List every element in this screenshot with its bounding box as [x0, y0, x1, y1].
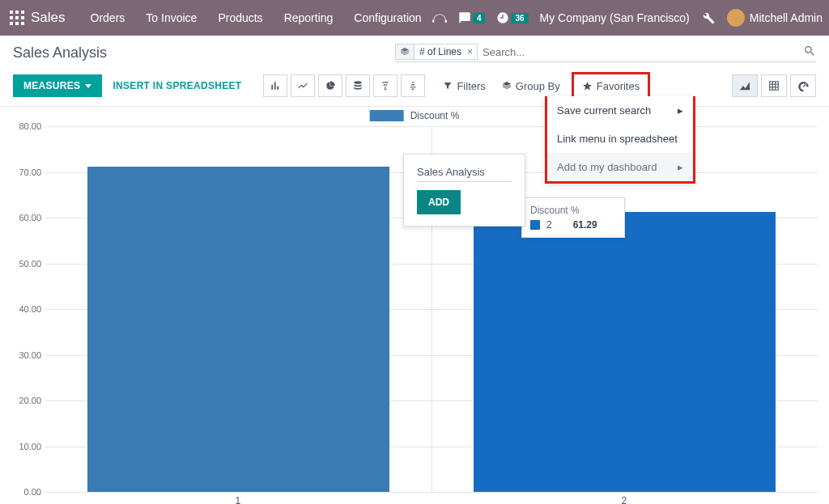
- y-tick-label: 50.00: [9, 259, 41, 269]
- tools-icon[interactable]: [701, 11, 716, 25]
- filters-dropdown[interactable]: Filters: [440, 75, 488, 97]
- sort-asc-icon[interactable]: [401, 74, 425, 97]
- chart-tooltip: Discount % 2 61.29: [521, 197, 625, 238]
- user-menu[interactable]: Mitchell Admin: [727, 9, 823, 27]
- svg-rect-4: [15, 16, 19, 19]
- nav-orders[interactable]: Orders: [80, 11, 136, 24]
- svg-rect-3: [10, 16, 13, 19]
- svg-rect-6: [10, 22, 13, 25]
- add-dashboard-popup: Sales Analysis ADD: [403, 154, 525, 227]
- top-navbar: Sales Orders To Invoice Products Reporti…: [0, 0, 829, 36]
- groupby-label: Group By: [516, 80, 560, 92]
- stack-icon: [396, 44, 414, 59]
- svg-rect-5: [21, 16, 24, 19]
- insert-spreadsheet-button[interactable]: INSERT IN SPREADSHEET: [102, 74, 252, 97]
- y-tick-label: 30.00: [9, 350, 41, 360]
- fav-link-spreadsheet[interactable]: Link menu in spreadsheet: [547, 125, 693, 153]
- nav-products[interactable]: Products: [207, 11, 273, 24]
- chart-legend: Discount %: [370, 110, 460, 121]
- search-input[interactable]: [483, 46, 803, 58]
- add-button[interactable]: ADD: [417, 190, 461, 214]
- facet-label: # of Lines: [414, 44, 465, 59]
- y-tick-label: 70.00: [9, 167, 41, 177]
- pivot-view-button[interactable]: [761, 74, 787, 97]
- bar-chart-icon[interactable]: [263, 74, 287, 97]
- favorites-label: Favorites: [597, 80, 640, 92]
- y-tick-label: 40.00: [9, 304, 41, 314]
- nav-reporting[interactable]: Reporting: [274, 11, 344, 24]
- caret-down-icon: [85, 84, 91, 88]
- x-tick-label: 1: [236, 495, 241, 504]
- legend-swatch: [370, 110, 404, 121]
- voip-icon[interactable]: [432, 12, 447, 23]
- y-tick-label: 0.00: [9, 487, 41, 497]
- favorites-menu: Save current search ▸ Link menu in sprea…: [545, 96, 695, 184]
- chevron-right-icon: ▸: [678, 161, 683, 173]
- dashboard-name-input[interactable]: Sales Analysis: [417, 166, 512, 182]
- control-panel: Sales Analysis # of Lines × MEASURES INS…: [0, 36, 829, 107]
- favorites-highlight: Favorites: [572, 72, 650, 100]
- fav-save-label: Save current search: [557, 104, 651, 116]
- app-brand[interactable]: Sales: [31, 10, 66, 26]
- activities-icon[interactable]: 36: [496, 11, 528, 24]
- tooltip-category: 2: [546, 219, 552, 231]
- line-chart-icon[interactable]: [291, 74, 315, 97]
- measures-label: MEASURES: [23, 80, 80, 91]
- favorites-dropdown[interactable]: Favorites: [579, 75, 643, 97]
- user-name: Mitchell Admin: [750, 11, 823, 24]
- svg-point-9: [355, 81, 362, 84]
- fav-save-search[interactable]: Save current search ▸: [547, 96, 693, 125]
- y-tick-label: 60.00: [9, 213, 41, 222]
- pie-chart-icon[interactable]: [318, 74, 342, 97]
- x-tick-label: 2: [622, 495, 627, 504]
- svg-rect-7: [15, 22, 19, 25]
- company-switcher[interactable]: My Company (San Francisco): [540, 11, 690, 24]
- tooltip-title: Discount %: [530, 205, 616, 216]
- search-icon[interactable]: [803, 44, 816, 60]
- messages-icon[interactable]: 4: [458, 11, 486, 24]
- legend-label: Discount %: [410, 110, 460, 121]
- search-facet: # of Lines ×: [395, 44, 478, 60]
- dashboard-view-button[interactable]: [790, 74, 816, 97]
- svg-rect-2: [21, 11, 24, 14]
- facet-remove[interactable]: ×: [465, 46, 477, 57]
- bar-1[interactable]: [87, 167, 389, 492]
- measures-button[interactable]: MEASURES: [13, 74, 102, 97]
- nav-to-invoice[interactable]: To Invoice: [135, 11, 207, 24]
- page-title: Sales Analysis: [13, 44, 107, 61]
- fav-add-dashboard[interactable]: Add to my dashboard ▸: [547, 153, 693, 181]
- fav-add-label: Add to my dashboard: [557, 161, 657, 173]
- graph-view-button[interactable]: [732, 74, 758, 97]
- svg-rect-1: [15, 11, 19, 14]
- svg-rect-0: [10, 11, 13, 14]
- stacked-icon[interactable]: [346, 74, 370, 97]
- avatar: [727, 9, 745, 27]
- svg-rect-8: [21, 22, 24, 25]
- nav-configuration[interactable]: Configuration: [343, 11, 432, 24]
- fav-link-label: Link menu in spreadsheet: [557, 133, 678, 145]
- y-tick-label: 20.00: [9, 396, 41, 405]
- gridline: [45, 492, 818, 493]
- tooltip-value: 61.29: [573, 219, 597, 231]
- chevron-right-icon: ▸: [678, 104, 683, 116]
- y-tick-label: 10.00: [9, 442, 41, 451]
- messages-badge: 4: [473, 13, 486, 23]
- groupby-dropdown[interactable]: Group By: [499, 75, 563, 97]
- bar-2[interactable]: [474, 212, 775, 492]
- search-bar[interactable]: # of Lines ×: [395, 44, 816, 62]
- filters-label: Filters: [457, 80, 485, 92]
- tooltip-swatch: [530, 220, 540, 230]
- activities-badge: 36: [511, 13, 528, 23]
- sort-desc-icon[interactable]: [373, 74, 397, 97]
- y-tick-label: 80.00: [9, 121, 41, 131]
- apps-icon[interactable]: [10, 11, 24, 25]
